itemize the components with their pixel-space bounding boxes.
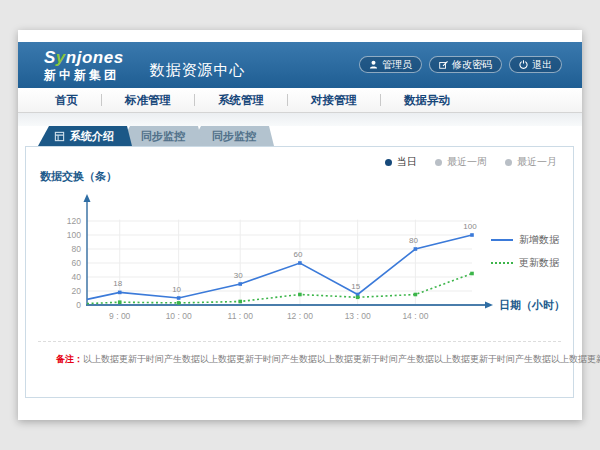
radio-dot-icon xyxy=(505,159,512,166)
tab-sync-monitor-1[interactable]: 同步监控 xyxy=(119,126,203,146)
legend-line-swatch-blue xyxy=(491,239,513,241)
svg-text:60: 60 xyxy=(293,250,302,259)
legend-item-updated-data: 更新数据 xyxy=(491,256,559,270)
line-chart-svg: 0204060801001209 : 0010 : 0011 : 0012 : … xyxy=(32,187,510,333)
svg-text:10 : 00: 10 : 00 xyxy=(166,311,192,321)
svg-text:80: 80 xyxy=(409,236,418,245)
change-password-button[interactable]: 修改密码 xyxy=(429,56,502,73)
main-nav: 首页 标准管理 系统管理 对接管理 数据异动 xyxy=(18,88,582,113)
radio-label: 当日 xyxy=(397,155,417,169)
radio-label: 最近一月 xyxy=(517,155,557,169)
footer-note: 备注：以上数据更新于时间产生数据以上数据更新于时间产生数据以上数据更新于时间产生… xyxy=(56,353,600,366)
power-icon xyxy=(519,60,528,69)
radio-item[interactable]: 最近一月 xyxy=(505,155,557,169)
chart-panel: 当日 最近一周 最近一月 数据交换（条） 0204060801001209 : … xyxy=(25,146,574,398)
logout-button[interactable]: 退出 xyxy=(509,56,562,73)
document-icon xyxy=(54,131,65,142)
page-title: 数据资源中心 xyxy=(150,61,246,80)
legend-label: 新增数据 xyxy=(519,233,559,247)
radio-dot-icon xyxy=(385,159,392,166)
svg-text:100: 100 xyxy=(463,222,477,231)
tab-system-intro[interactable]: 系统介绍 xyxy=(38,126,132,146)
edit-icon xyxy=(439,60,448,69)
nav-item-interface-mgmt[interactable]: 对接管理 xyxy=(288,93,380,108)
header-actions: 管理员 修改密码 退出 xyxy=(359,56,562,73)
svg-text:20: 20 xyxy=(72,286,82,296)
svg-text:40: 40 xyxy=(72,272,82,282)
content-gap xyxy=(18,113,582,126)
svg-text:18: 18 xyxy=(113,279,122,288)
radio-dot-icon xyxy=(435,159,442,166)
legend-item-new-data: 新增数据 xyxy=(491,233,559,247)
time-range-radio-group: 当日 最近一周 最近一月 xyxy=(385,155,557,169)
x-axis-title: 日期（小时） xyxy=(499,298,565,313)
user-icon xyxy=(369,60,378,69)
svg-text:11 : 00: 11 : 00 xyxy=(228,311,254,321)
y-axis-title: 数据交换（条） xyxy=(40,169,117,184)
svg-text:60: 60 xyxy=(72,258,82,268)
svg-text:9 : 00: 9 : 00 xyxy=(109,311,131,321)
svg-text:120: 120 xyxy=(67,216,81,226)
svg-text:14 : 00: 14 : 00 xyxy=(402,311,428,321)
nav-item-standard-mgmt[interactable]: 标准管理 xyxy=(102,93,194,108)
tab-label: 同步监控 xyxy=(141,130,185,142)
logout-label: 退出 xyxy=(532,58,552,72)
page-window: Synjones 新中新集团 数据资源中心 管理员 修改密码 退出 首页 标准管… xyxy=(18,30,582,420)
svg-text:10: 10 xyxy=(172,285,181,294)
nav-item-system-mgmt[interactable]: 系统管理 xyxy=(195,93,287,108)
series-legend: 新增数据 更新数据 xyxy=(491,233,559,279)
legend-line-swatch-green xyxy=(491,262,513,264)
svg-text:80: 80 xyxy=(72,244,82,254)
admin-user-label: 管理员 xyxy=(382,58,412,72)
tab-label: 同步监控 xyxy=(212,130,256,142)
dashed-separator xyxy=(38,341,561,342)
svg-text:12 : 00: 12 : 00 xyxy=(287,311,313,321)
company-logo: Synjones 新中新集团 xyxy=(44,49,124,81)
tab-bar: 系统介绍 同步监控 同步监控 xyxy=(38,126,274,146)
tab-label: 系统介绍 xyxy=(70,126,114,146)
brand-name: Synjones xyxy=(44,49,124,66)
note-prefix: 备注： xyxy=(56,354,83,364)
radio-item[interactable]: 最近一周 xyxy=(435,155,487,169)
note-text: 以上数据更新于时间产生数据以上数据更新于时间产生数据以上数据更新于时间产生数据以… xyxy=(83,354,600,364)
svg-text:100: 100 xyxy=(67,230,81,240)
radio-item[interactable]: 当日 xyxy=(385,155,417,169)
tab-sync-monitor-2[interactable]: 同步监控 xyxy=(190,126,274,146)
change-password-label: 修改密码 xyxy=(452,58,492,72)
app-header: Synjones 新中新集团 数据资源中心 管理员 修改密码 退出 xyxy=(18,42,582,88)
nav-item-home[interactable]: 首页 xyxy=(32,93,101,108)
svg-text:13 : 00: 13 : 00 xyxy=(345,311,371,321)
top-strip xyxy=(18,30,582,42)
svg-text:0: 0 xyxy=(76,300,81,310)
svg-text:30: 30 xyxy=(234,271,243,280)
svg-text:15: 15 xyxy=(351,282,360,291)
nav-item-data-change[interactable]: 数据异动 xyxy=(381,93,473,108)
brand-green-letter: y xyxy=(56,48,66,67)
legend-label: 更新数据 xyxy=(519,256,559,270)
radio-label: 最近一周 xyxy=(447,155,487,169)
brand-chinese-name: 新中新集团 xyxy=(44,69,124,81)
admin-user-button[interactable]: 管理员 xyxy=(359,56,422,73)
